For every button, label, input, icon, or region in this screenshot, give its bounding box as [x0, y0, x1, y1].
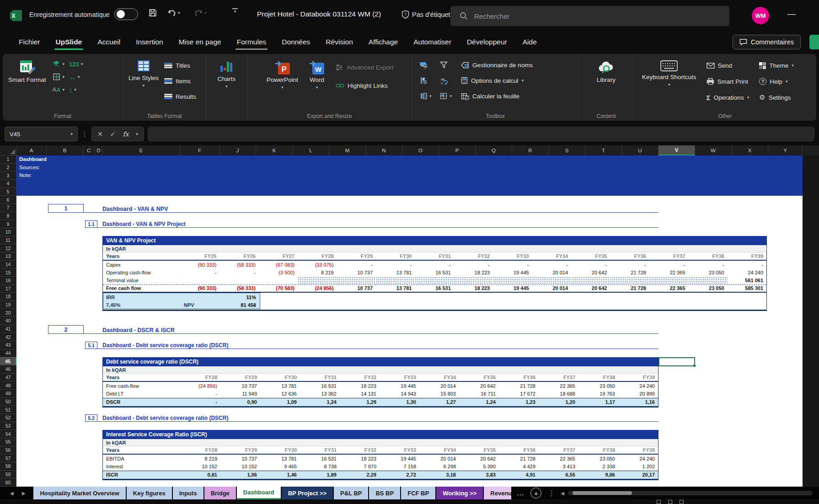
cell[interactable]: 1,17	[578, 399, 618, 405]
cell[interactable]: 19 445	[380, 456, 419, 461]
year-header[interactable]: FY39	[728, 253, 766, 259]
row-header-14[interactable]: 14	[0, 261, 16, 269]
cell[interactable]: 10 737	[337, 285, 376, 291]
cell[interactable]: 18 688	[539, 391, 578, 397]
row-header-5[interactable]: 5	[0, 188, 16, 196]
row-header-49[interactable]: 49	[0, 390, 16, 398]
ribbon-customize-button[interactable]: ▾	[232, 8, 238, 14]
chevron-down-icon[interactable]: ▾	[63, 88, 65, 92]
formula-cancel-button[interactable]: ✕	[97, 130, 103, 138]
row-label[interactable]: Free cash-flow	[103, 383, 181, 389]
powerpoint-export-button[interactable]: P PowerPoint ▾	[264, 58, 301, 91]
row-header-16[interactable]: 16	[0, 277, 16, 285]
sheet-tab-p-l-bp[interactable]: P&L BP	[334, 487, 368, 499]
cell[interactable]: 1,23	[499, 399, 539, 405]
cell[interactable]: -	[649, 262, 688, 268]
cell[interactable]	[298, 277, 337, 284]
year-header[interactable]: FY30	[260, 447, 300, 453]
menu-tab-mise-en-page[interactable]: Mise en page	[171, 35, 229, 51]
row-header-43[interactable]: 43	[0, 341, 16, 349]
row-header-4[interactable]: 4	[0, 180, 16, 188]
year-header[interactable]: FY36	[499, 447, 539, 453]
cell[interactable]: 22 365	[539, 383, 578, 389]
highlight-links-button[interactable]: Highlight Links	[336, 79, 394, 92]
chevron-down-icon[interactable]: ▾	[63, 75, 65, 79]
sheet-tab-fcf-bp[interactable]: FCF BP	[401, 487, 435, 499]
scroll-left-icon[interactable]: ◀	[561, 491, 564, 496]
year-header[interactable]: FY38	[688, 253, 727, 259]
cell[interactable]: 20 642	[571, 285, 610, 291]
cell[interactable]: -	[181, 391, 220, 397]
row-header-48[interactable]: 48	[0, 381, 16, 390]
cell[interactable]: (90 333)	[181, 262, 219, 268]
row-header-46[interactable]: 46	[0, 365, 16, 374]
row-header-3[interactable]: 3	[0, 172, 16, 180]
cell[interactable]: 23 050	[578, 383, 618, 389]
chevron-down-icon[interactable]: ▾	[63, 62, 65, 66]
results-button[interactable]: Results	[164, 90, 196, 103]
cell[interactable]: 20 014	[419, 383, 459, 389]
cell[interactable]	[337, 277, 376, 284]
row-header-51[interactable]: 51	[0, 406, 16, 414]
row-header-42[interactable]: 42	[0, 333, 16, 341]
year-header[interactable]: FY34	[419, 375, 459, 380]
column-header-D[interactable]: D	[95, 145, 102, 155]
cell[interactable]: 4 429	[499, 464, 539, 469]
cell[interactable]: 18 223	[340, 383, 380, 389]
cell[interactable]: 13 781	[260, 456, 300, 461]
year-header[interactable]: FY35	[459, 375, 499, 380]
row-header-53[interactable]: 53	[0, 422, 16, 430]
year-header[interactable]: FY32	[340, 447, 380, 453]
cell[interactable]: 21 728	[499, 456, 539, 461]
settings-button[interactable]: ⚙ Settings	[759, 91, 794, 104]
cell[interactable]: 13 781	[376, 285, 415, 291]
row-header-41[interactable]: 41	[0, 325, 16, 333]
menu-tab-affichage[interactable]: Affichage	[361, 35, 406, 51]
cell[interactable]: -	[337, 262, 376, 268]
row-header-18[interactable]: 18	[0, 293, 16, 301]
cell[interactable]: 20 014	[419, 456, 459, 461]
row-header-7[interactable]: 7	[0, 204, 16, 212]
cell[interactable]: 14 943	[380, 391, 419, 397]
cell[interactable]: 13 362	[300, 391, 340, 397]
cell[interactable]: 20 014	[532, 285, 571, 291]
smart-format-button[interactable]: Smart Format	[5, 58, 49, 86]
menu-tab-automatiser[interactable]: Automatiser	[406, 35, 459, 51]
calc-sheet-button[interactable]: Calculer la feuille	[461, 89, 533, 103]
row-header-59[interactable]: 59	[0, 471, 16, 479]
cell[interactable]: 18 223	[340, 456, 380, 461]
year-header[interactable]: FY28	[181, 447, 220, 453]
minimize-button[interactable]: —	[787, 9, 796, 19]
cell[interactable]: 23 050	[688, 285, 727, 291]
cell[interactable]: 22 365	[539, 456, 578, 461]
cell[interactable]: -	[728, 262, 766, 268]
row-label[interactable]: DSCR	[103, 399, 181, 405]
cell[interactable]: 12 636	[260, 391, 300, 397]
row-header-2[interactable]: 2	[0, 164, 16, 172]
name-box[interactable]: V45 ▾	[5, 127, 78, 141]
cell[interactable]: 20 642	[571, 270, 610, 275]
year-header[interactable]: FY35	[459, 447, 499, 453]
row-label[interactable]: ISCR	[103, 472, 181, 477]
formula-input[interactable]	[148, 127, 814, 141]
select-all-corner[interactable]	[0, 145, 16, 155]
cell[interactable]: 23 050	[578, 456, 618, 461]
cell[interactable]: 10 737	[337, 270, 376, 275]
row-header-52[interactable]: 52	[0, 414, 16, 422]
cell[interactable]: 20 642	[459, 383, 499, 389]
year-header[interactable]: FY34	[532, 253, 571, 259]
row-header-40[interactable]: 40	[0, 317, 16, 325]
font-format-icon[interactable]: AA	[53, 86, 61, 94]
cell[interactable]: 1,06	[220, 472, 260, 477]
column-header-F[interactable]: F	[180, 145, 219, 155]
cell[interactable]: 20 642	[459, 456, 499, 461]
cell[interactable]: 24 240	[618, 383, 658, 389]
cell[interactable]: (58 333)	[219, 262, 258, 268]
library-button[interactable]: Library	[594, 58, 618, 86]
row-label[interactable]: Terminal value	[103, 278, 181, 283]
borders-icon[interactable]	[53, 73, 61, 81]
comments-button[interactable]: Commentaires	[733, 35, 801, 49]
year-header[interactable]: FY27	[259, 253, 298, 259]
cell[interactable]: -	[219, 270, 258, 275]
cell[interactable]	[493, 277, 532, 284]
